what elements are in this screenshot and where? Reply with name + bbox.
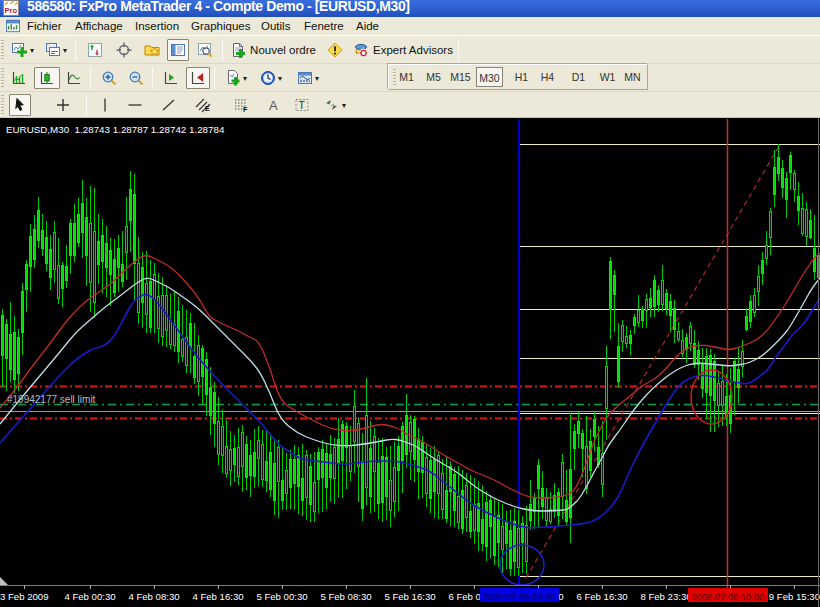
- svg-text:#19942177 sell limit: #19942177 sell limit: [7, 394, 96, 405]
- svg-text:2009.02.06 09:30: 2009.02.06 09:30: [483, 592, 555, 602]
- svg-text:8 Feb 23:30: 8 Feb 23:30: [640, 591, 691, 602]
- svg-text:5 Feb 00:30: 5 Feb 00:30: [256, 591, 307, 602]
- svg-text:4 Feb 00:30: 4 Feb 00:30: [64, 591, 115, 602]
- svg-text:EURUSD,M30 1.28743 1.28787 1.: EURUSD,M30 1.28743 1.28787 1.28742 1.287…: [6, 124, 225, 135]
- svg-text:Pro: Pro: [5, 6, 18, 15]
- svg-text:5 Feb 16:30: 5 Feb 16:30: [384, 591, 435, 602]
- svg-text:5 Feb 08:30: 5 Feb 08:30: [320, 591, 371, 602]
- svg-text:E: E: [205, 105, 210, 112]
- svg-text:4 Feb 08:30: 4 Feb 08:30: [128, 591, 179, 602]
- svg-text:2009.02.09 10:00: 2009.02.09 10:00: [692, 592, 764, 602]
- svg-text:A: A: [269, 98, 278, 113]
- svg-text:F: F: [243, 106, 248, 113]
- svg-text:3 Feb 2009: 3 Feb 2009: [0, 591, 49, 602]
- svg-text:T: T: [299, 99, 306, 111]
- svg-text:9 Feb 15:30: 9 Feb 15:30: [769, 591, 820, 602]
- svg-text:4 Feb 16:30: 4 Feb 16:30: [192, 591, 243, 602]
- svg-text:6 Feb 16:30: 6 Feb 16:30: [576, 591, 627, 602]
